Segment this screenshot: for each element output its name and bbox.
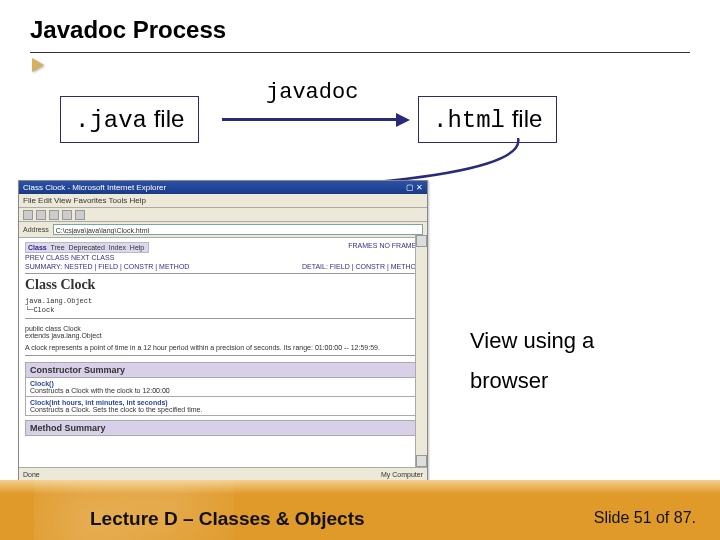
arrow-head-icon bbox=[396, 113, 410, 127]
browser-screenshot: Class Clock - Microsoft Internet Explore… bbox=[18, 180, 428, 482]
divider bbox=[25, 355, 421, 356]
page-content: Class Tree Deprecated Index Help FRAMES … bbox=[19, 238, 427, 440]
class-description: A clock represents a point of time in a … bbox=[25, 343, 421, 352]
method-summary-header: Method Summary bbox=[25, 420, 421, 436]
nav-tab-index: Index bbox=[109, 244, 126, 251]
toolbar-icon bbox=[75, 210, 85, 220]
window-controls: ▢ ✕ bbox=[406, 183, 423, 192]
toolbar bbox=[19, 208, 427, 222]
nav-summary: SUMMARY: NESTED | FIELD | CONSTR | METHO… bbox=[25, 263, 189, 270]
arrow-shaft bbox=[222, 118, 398, 121]
bullet-icon bbox=[32, 58, 44, 72]
scroll-up-icon bbox=[416, 235, 427, 247]
nav-tab-tree: Tree bbox=[51, 244, 65, 251]
address-bar: Address C:\csjava\java\lang\Clock.html bbox=[19, 222, 427, 238]
javadoc-nav: Class Tree Deprecated Index Help FRAMES … bbox=[25, 242, 421, 270]
target-file-box: .html file bbox=[418, 96, 557, 143]
source-file-box: .java file bbox=[60, 96, 199, 143]
menu-bar: File Edit View Favorites Tools Help bbox=[19, 194, 427, 208]
scrollbar bbox=[415, 235, 427, 467]
footer-slide-number: Slide 51 of 87. bbox=[594, 509, 696, 527]
status-right: My Computer bbox=[381, 471, 423, 478]
status-left: Done bbox=[23, 471, 40, 478]
title-underline bbox=[30, 52, 690, 53]
nav-tab-deprecated: Deprecated bbox=[69, 244, 105, 251]
nav-tabs: Class Tree Deprecated Index Help bbox=[25, 242, 149, 253]
nav-tab-class: Class bbox=[28, 244, 47, 251]
nav-frames: FRAMES NO FRAMES bbox=[348, 242, 421, 253]
source-rest: file bbox=[147, 105, 184, 132]
toolbar-icon bbox=[36, 210, 46, 220]
toolbar-icon bbox=[49, 210, 59, 220]
status-bar: Done My Computer bbox=[19, 467, 427, 481]
constructor-row: Clock(int hours, int minutes, int second… bbox=[25, 397, 421, 416]
slide: Javadoc Process .java file javadoc .html… bbox=[0, 0, 720, 540]
nav-detail: DETAIL: FIELD | CONSTR | METHOD bbox=[302, 263, 421, 270]
target-rest: file bbox=[505, 105, 542, 132]
address-label: Address bbox=[23, 226, 49, 233]
address-field: C:\csjava\java\lang\Clock.html bbox=[53, 224, 423, 235]
source-ext: .java bbox=[75, 107, 147, 134]
window-title: Class Clock - Microsoft Internet Explore… bbox=[23, 183, 166, 192]
target-ext: .html bbox=[433, 107, 505, 134]
constructor-row: Clock() Constructs a Clock with the cloc… bbox=[25, 378, 421, 397]
constructor-summary-header: Constructor Summary bbox=[25, 362, 421, 378]
toolbar-icon bbox=[23, 210, 33, 220]
class-signature: public class Clock extends java.lang.Obj… bbox=[25, 325, 421, 339]
class-heading: Class Clock bbox=[25, 277, 421, 293]
slide-title: Javadoc Process bbox=[30, 16, 226, 44]
divider bbox=[25, 318, 421, 319]
footer-lecture: Lecture D – Classes & Objects bbox=[90, 508, 365, 530]
slide-footer: Lecture D – Classes & Objects Slide 51 o… bbox=[0, 494, 720, 540]
nav-prev-next: PREV CLASS NEXT CLASS bbox=[25, 254, 421, 261]
view-text-1: View using a bbox=[470, 328, 594, 354]
toolbar-icon bbox=[62, 210, 72, 220]
hierarchy: java.lang.Object └─Clock bbox=[25, 297, 421, 315]
divider bbox=[25, 273, 421, 274]
converter-label: javadoc bbox=[266, 80, 358, 105]
scroll-down-icon bbox=[416, 455, 427, 467]
window-titlebar: Class Clock - Microsoft Internet Explore… bbox=[19, 181, 427, 194]
nav-tab-help: Help bbox=[130, 244, 144, 251]
view-text-2: browser bbox=[470, 368, 548, 394]
